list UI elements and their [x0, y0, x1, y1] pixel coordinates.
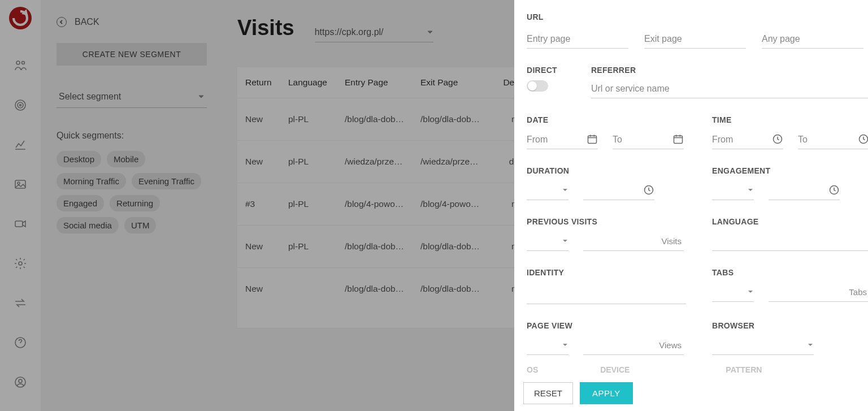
tabs-label: TABS [712, 268, 868, 277]
svg-rect-12 [588, 136, 597, 143]
os-label: OS [527, 365, 538, 374]
clock-icon[interactable] [772, 133, 783, 145]
duration-label: DURATION [527, 166, 686, 175]
svg-rect-13 [674, 136, 683, 143]
prev-visits-label: PREVIOUS VISITS [527, 217, 686, 226]
browser-label: BROWSER [712, 321, 868, 330]
clock-icon[interactable] [643, 184, 654, 196]
direct-label: DIRECT [527, 66, 557, 75]
language-label: LANGUAGE [712, 217, 868, 226]
time-label: TIME [712, 115, 868, 124]
referrer-label: REFERRER [591, 66, 868, 75]
browser-select[interactable] [712, 336, 814, 355]
filter-drawer: URL DIRECT REFERRER DATE TIME [514, 0, 868, 411]
calendar-icon[interactable] [587, 133, 598, 145]
language-input[interactable] [712, 232, 868, 251]
referrer-input[interactable] [591, 79, 868, 98]
engagement-operator-select[interactable] [712, 181, 754, 200]
apply-button[interactable]: APPLY [580, 382, 633, 404]
direct-toggle[interactable] [527, 80, 548, 92]
any-page-input[interactable] [762, 29, 863, 49]
device-label: DEVICE [600, 365, 630, 374]
pageview-operator-select[interactable] [527, 336, 568, 355]
url-section-label: URL [527, 12, 868, 21]
calendar-icon[interactable] [672, 133, 684, 145]
reset-button[interactable]: RESET [523, 382, 573, 404]
entry-page-input[interactable] [527, 29, 628, 49]
chevron-down-icon [807, 341, 814, 348]
tabs-operator-select[interactable] [712, 283, 754, 302]
duration-operator-select[interactable] [527, 181, 568, 200]
clock-icon[interactable] [828, 184, 840, 196]
tabs-suffix: Tabs [849, 287, 867, 297]
pattern-label: PATTERN [726, 365, 762, 374]
visits-suffix: Visits [661, 236, 682, 246]
views-suffix: Views [659, 340, 682, 350]
pageview-label: PAGE VIEW [527, 321, 686, 330]
identity-input[interactable] [527, 285, 686, 304]
identity-label: IDENTITY [527, 268, 686, 277]
clock-icon[interactable] [858, 133, 868, 145]
exit-page-input[interactable] [644, 29, 746, 49]
backdrop-overlay[interactable] [0, 0, 514, 411]
engagement-label: ENGAGEMENT [712, 166, 868, 175]
date-label: DATE [527, 115, 686, 124]
prev-visits-operator-select[interactable] [527, 232, 568, 251]
